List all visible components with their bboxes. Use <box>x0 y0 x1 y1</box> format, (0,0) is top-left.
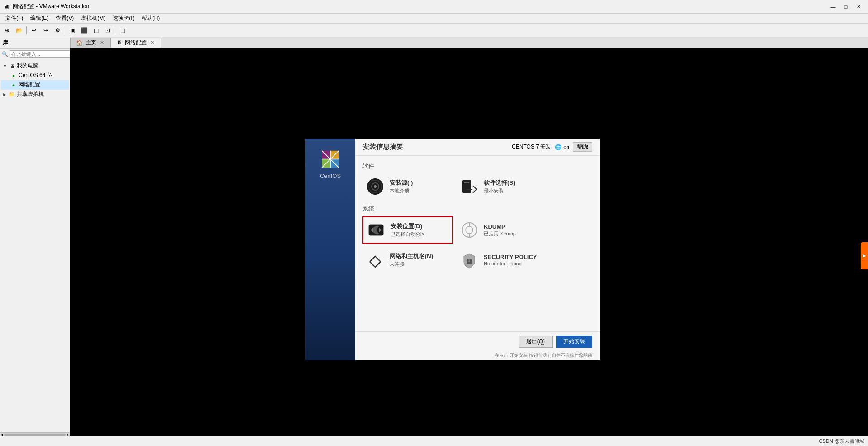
sidebar-item-centos[interactable]: ● CentOS 64 位 <box>1 71 69 80</box>
home-tab-label: 主页 <box>86 39 96 47</box>
install-src-icon <box>366 177 384 196</box>
tree-arrow-mypc: ▼ <box>3 63 8 68</box>
software-section-label: 软件 <box>362 162 592 170</box>
kdump-icon <box>460 221 478 239</box>
toolbar-view3[interactable]: ◫ <box>91 25 101 35</box>
sidebar-network-label: 网络配置 <box>19 81 40 89</box>
edge-tab[interactable]: ▶ <box>861 242 868 269</box>
network-host-icon <box>366 251 384 269</box>
flag-icon: 🌐 <box>555 144 562 150</box>
menu-vm[interactable]: 虚拟机(M) <box>77 14 109 23</box>
system-grid: 安装位置(D) 已选择自动分区 <box>362 216 592 273</box>
sidebar-scrollbar[interactable]: ◂ ▸ <box>0 432 70 436</box>
computer-icon: 🖥 <box>8 62 15 70</box>
menu-edit[interactable]: 编辑(E) <box>27 14 52 23</box>
start-install-button[interactable]: 开始安装 <box>556 336 592 348</box>
system-section-label: 系统 <box>362 205 592 213</box>
centos-logo: CentOS <box>315 148 346 179</box>
software-sel-label: 软件选择(S) <box>484 179 515 187</box>
centos-main: 安装信息摘要 CENTOS 7 安装 🌐 cn 帮助! <box>355 139 600 360</box>
sidebar: 库 🔍 ▾ ▼ 🖥 我的电脑 ● CentOS 64 位 ● 网络配置 <box>0 37 70 436</box>
network-host-icon-box <box>364 249 386 271</box>
kdump-text: KDUMP 已启用 Kdump <box>484 223 516 237</box>
sidebar-tree: ▼ 🖥 我的电脑 ● CentOS 64 位 ● 网络配置 ▶ 📁 共享虚拟机 <box>0 59 70 432</box>
help-button[interactable]: 帮助! <box>573 142 592 152</box>
toolbar-view1[interactable]: ▣ <box>67 25 78 35</box>
install-dest-label: 安装位置(D) <box>391 222 425 230</box>
sidebar-shared-label: 共享虚拟机 <box>17 91 44 98</box>
centos-installer: CentOS 安装信息摘要 CENTOS 7 安装 🌐 <box>305 139 600 360</box>
menu-tabs[interactable]: 选项卡(I) <box>109 14 138 23</box>
footer-note: 在点击 开始安装 按钮前我们们并不会操作您的磁 <box>355 351 600 360</box>
security-policy-icon <box>460 251 478 269</box>
scroll-right-btn[interactable]: ▸ <box>67 432 69 436</box>
menu-file[interactable]: 文件(F) <box>2 14 27 23</box>
toolbar-action3[interactable]: ⚙ <box>52 25 63 35</box>
install-src-item[interactable]: 安装源(I) 本地介质 <box>362 174 453 199</box>
tab-home[interactable]: 🏠 主页 ✕ <box>70 38 111 48</box>
scroll-left-btn[interactable]: ◂ <box>1 432 3 436</box>
title-bar-left: 🖥 网络配置 - VMware Workstation <box>4 3 89 10</box>
software-sel-item[interactable]: 软件选择(S) 最小安装 <box>457 174 547 199</box>
software-sel-icon-box <box>458 176 480 197</box>
quit-button[interactable]: 退出(Q) <box>519 336 553 348</box>
maximize-button[interactable]: □ <box>840 2 852 11</box>
close-button[interactable]: ✕ <box>853 2 864 11</box>
kdump-label: KDUMP <box>484 223 516 230</box>
sidebar-item-mypc[interactable]: ▼ 🖥 我的电脑 <box>1 61 69 71</box>
kdump-item[interactable]: KDUMP 已启用 Kdump <box>457 216 547 244</box>
security-policy-item[interactable]: SECURITY POLICY No content found <box>457 247 547 273</box>
status-bar: CSDN @东去雪倾城 <box>0 436 868 446</box>
network-host-item[interactable]: 网络和主机名(N) 未连接 <box>362 247 453 273</box>
minimize-button[interactable]: — <box>827 2 839 11</box>
menu-view[interactable]: 查看(V) <box>52 14 77 23</box>
kdump-sublabel: 已启用 Kdump <box>484 230 516 237</box>
svg-point-10 <box>374 185 377 188</box>
language-selector[interactable]: 🌐 cn <box>555 144 569 150</box>
centos-logo-text: CentOS <box>320 173 341 179</box>
menu-help[interactable]: 帮助(H) <box>138 14 164 23</box>
toolbar-view4[interactable]: ⊡ <box>102 25 113 35</box>
install-dest-sublabel: 已选择自动分区 <box>391 231 425 238</box>
installer-header-right: CENTOS 7 安装 🌐 cn 帮助! <box>512 142 592 152</box>
software-grid: 安装源(I) 本地介质 <box>362 174 592 199</box>
sidebar-item-network[interactable]: ● 网络配置 <box>1 80 69 90</box>
toolbar-sep3 <box>115 26 115 34</box>
network-host-text: 网络和主机名(N) 未连接 <box>390 252 433 268</box>
tree-arrow-shared: ▶ <box>3 92 8 97</box>
window-controls: — □ ✕ <box>827 2 864 11</box>
scroll-track <box>4 434 66 436</box>
install-src-icon-box <box>364 176 386 197</box>
sidebar-header: 库 <box>0 37 70 49</box>
centos-installer-header: 安装信息摘要 CENTOS 7 安装 🌐 cn 帮助! <box>355 139 600 156</box>
svg-point-16 <box>466 226 473 234</box>
toolbar-undo[interactable]: ↩ <box>29 25 39 35</box>
network-host-sublabel: 未连接 <box>390 261 433 268</box>
install-dest-icon-box <box>365 219 387 241</box>
svg-rect-13 <box>464 182 469 183</box>
installer-version: CENTOS 7 安装 <box>512 143 551 151</box>
home-tab-close[interactable]: ✕ <box>99 40 105 46</box>
software-sel-text: 软件选择(S) 最小安装 <box>484 179 515 194</box>
toolbar-view2[interactable]: ⬛ <box>79 25 90 35</box>
tab-network[interactable]: 🖥 网络配置 ✕ <box>111 38 161 48</box>
sidebar-centos-label: CentOS 64 位 <box>19 72 52 79</box>
toolbar-open[interactable]: 📂 <box>14 25 24 35</box>
toolbar-redo[interactable]: ↪ <box>40 25 51 35</box>
centos-footer: 退出(Q) 开始安装 <box>355 331 600 351</box>
network-tab-icon: 🖥 <box>117 39 122 46</box>
search-input[interactable] <box>10 50 76 58</box>
toolbar-new[interactable]: ⊕ <box>2 25 13 35</box>
status-right: CSDN @东去雪倾城 <box>819 438 864 445</box>
sidebar-item-shared[interactable]: ▶ 📁 共享虚拟机 <box>1 90 69 99</box>
network-tab-close[interactable]: ✕ <box>149 40 155 46</box>
title-bar: 🖥 网络配置 - VMware Workstation — □ ✕ <box>0 0 868 14</box>
install-src-text: 安装源(I) 本地介质 <box>390 179 413 194</box>
edge-tab-icon: ▶ <box>862 253 867 258</box>
install-dest-item[interactable]: 安装位置(D) 已选择自动分区 <box>362 216 453 244</box>
main-area: 库 🔍 ▾ ▼ 🖥 我的电脑 ● CentOS 64 位 ● 网络配置 <box>0 37 868 436</box>
toolbar-view5[interactable]: ◫ <box>117 25 128 35</box>
vm-content: CentOS 安装信息摘要 CENTOS 7 安装 🌐 <box>70 48 868 436</box>
sidebar-search-area: 🔍 ▾ <box>0 49 70 59</box>
toolbar: ⊕ 📂 ↩ ↪ ⚙ ▣ ⬛ ◫ ⊡ ◫ <box>0 24 868 37</box>
